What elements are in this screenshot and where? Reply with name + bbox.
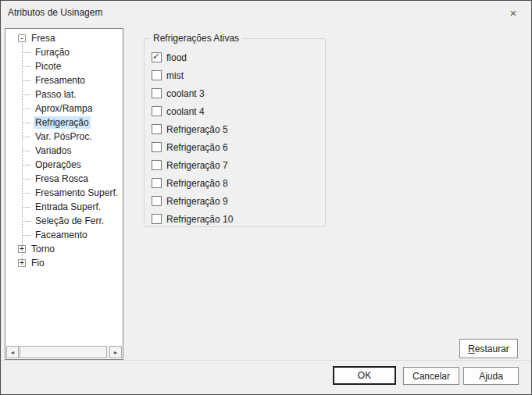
dialog-atributos-de-usinagem: Atributos de Usinagem × -FresaFuraçãoPic… — [0, 0, 532, 395]
tree-item-fresamento-superf[interactable]: Fresamento Superf. — [5, 186, 123, 200]
checkbox-label: Refrigeração 7 — [166, 160, 228, 171]
tree-item-torno[interactable]: +Torno — [5, 242, 123, 256]
tree-item-operacoes[interactable]: Operações — [5, 158, 123, 172]
tree-item-label[interactable]: Seleção de Ferr. — [34, 215, 105, 227]
checkbox-row-refrigeracao-5[interactable]: Refrigeração 5 — [145, 120, 325, 138]
tree-item-label[interactable]: Fresamento — [34, 74, 87, 87]
tree-connector — [22, 207, 30, 208]
attribute-tree[interactable]: -FresaFuraçãoPicoteFresamentoPasso lat.A… — [5, 28, 123, 360]
checkbox-row-refrigeracao-8[interactable]: Refrigeração 8 — [145, 174, 325, 192]
checkbox-row-refrigeracao-6[interactable]: Refrigeração 6 — [145, 138, 325, 156]
tree-connector — [22, 80, 30, 81]
checkbox-label: Refrigeração 8 — [166, 178, 228, 189]
checkbox-label: coolant 4 — [166, 106, 205, 117]
tree-item-label[interactable]: Aprox/Rampa — [34, 102, 94, 115]
tree-item-fresa[interactable]: -Fresa — [5, 31, 123, 45]
left-arrow-icon: ◄ — [10, 350, 16, 355]
checkbox-flood[interactable]: ✓ — [152, 52, 162, 62]
tree-connector — [22, 165, 30, 165]
tree-rows: -FresaFuraçãoPicoteFresamentoPasso lat.A… — [5, 31, 123, 270]
tree-connector — [22, 94, 30, 95]
tree-item-refrigeracao[interactable]: Refrigeração — [5, 116, 123, 130]
tree-item-selecao-de-ferr[interactable]: Seleção de Ferr. — [5, 214, 123, 228]
checkbox-coolant-4[interactable] — [152, 106, 162, 116]
tree-item-label[interactable]: Picote — [34, 60, 62, 73]
refrigeracoes-ativas-group: Refrigerações Ativas ✓floodmistcoolant 3… — [144, 38, 326, 227]
close-button[interactable]: × — [502, 2, 525, 23]
checkbox-row-refrigeracao-10[interactable]: Refrigeração 10 — [145, 210, 325, 228]
checkbox-row-coolant-3[interactable]: coolant 3 — [145, 84, 325, 102]
tree-item-picote[interactable]: Picote — [5, 59, 123, 73]
checkbox-row-coolant-4[interactable]: coolant 4 — [145, 102, 325, 120]
tree-item-label[interactable]: Fresa — [30, 32, 57, 44]
tree-connector — [22, 179, 30, 180]
tree-item-label[interactable]: Fresa Rosca — [34, 173, 90, 185]
tree-connector — [22, 221, 30, 222]
scrollbar-thumb[interactable] — [20, 346, 107, 358]
checkbox-row-flood[interactable]: ✓flood — [145, 48, 325, 66]
close-icon: × — [510, 7, 517, 19]
group-title: Refrigerações Ativas — [150, 33, 242, 44]
checkbox-mist[interactable] — [152, 70, 162, 80]
tree-connector — [22, 137, 30, 137]
tree-connector — [22, 66, 30, 67]
tree-item-fio[interactable]: +Fio — [5, 256, 123, 270]
tree-item-label[interactable]: Fio — [30, 257, 46, 269]
help-button-label: Ajuda — [479, 371, 503, 382]
checkbox-list: ✓floodmistcoolant 3coolant 4Refrigeração… — [145, 48, 325, 228]
tree-connector — [22, 109, 30, 109]
help-button[interactable]: Ajuda — [463, 367, 519, 385]
checkbox-refrigeracao-8[interactable] — [152, 178, 162, 188]
expand-icon[interactable]: + — [18, 245, 26, 253]
checkbox-row-refrigeracao-9[interactable]: Refrigeração 9 — [145, 192, 325, 210]
tree-item-var-posproc[interactable]: Var. PósProc. — [5, 130, 123, 144]
expand-icon[interactable]: + — [18, 259, 26, 267]
tree-connector — [22, 235, 30, 236]
cancel-button[interactable]: Cancelar — [403, 367, 459, 385]
tree-item-label[interactable]: Operações — [34, 158, 83, 171]
ok-button[interactable]: OK — [333, 366, 396, 385]
tree-item-fresamento[interactable]: Fresamento — [5, 73, 123, 87]
checkbox-row-mist[interactable]: mist — [145, 66, 325, 84]
tree-item-variados[interactable]: Variados — [5, 144, 123, 158]
tree-item-aprox-rampa[interactable]: Aprox/Rampa — [5, 101, 123, 116]
tree-item-passo-lat[interactable]: Passo lat. — [5, 87, 123, 101]
tree-item-label[interactable]: Faceamento — [34, 229, 89, 241]
checkbox-label: flood — [166, 52, 187, 63]
tree-item-fresa-rosca[interactable]: Fresa Rosca — [5, 172, 123, 186]
tree-connector — [22, 123, 30, 123]
title-bar: Atributos de Usinagem — [1, 1, 531, 24]
restore-button-label: Restaurar — [468, 343, 509, 354]
tree-item-label[interactable]: Variados — [34, 144, 73, 157]
checkbox-refrigeracao-7[interactable] — [152, 160, 162, 170]
checkbox-coolant-3[interactable] — [152, 88, 162, 98]
tree-item-label[interactable]: Furação — [34, 46, 71, 59]
tree-horizontal-scrollbar[interactable]: ◄ ► — [6, 346, 122, 358]
tree-item-label[interactable]: Entrada Superf. — [34, 201, 102, 213]
tree-item-furacao[interactable]: Furação — [5, 45, 123, 59]
checkbox-label: coolant 3 — [166, 88, 205, 99]
cancel-button-label: Cancelar — [412, 371, 450, 382]
tree-item-label[interactable]: Passo lat. — [34, 88, 78, 101]
checkbox-row-refrigeracao-7[interactable]: Refrigeração 7 — [145, 156, 325, 174]
scroll-right-button[interactable]: ► — [109, 346, 122, 358]
ok-button-label: OK — [358, 370, 371, 381]
tree-item-label[interactable]: Refrigeração — [34, 116, 91, 129]
tree-item-label[interactable]: Var. PósProc. — [34, 130, 93, 143]
checkbox-label: Refrigeração 9 — [166, 196, 228, 207]
checkbox-refrigeracao-10[interactable] — [152, 214, 162, 224]
window-title: Atributos de Usinagem — [8, 7, 102, 18]
checkbox-label: Refrigeração 6 — [166, 142, 228, 153]
collapse-icon[interactable]: - — [18, 34, 26, 42]
tree-item-faceamento[interactable]: Faceamento — [5, 228, 123, 242]
tree-item-label[interactable]: Fresamento Superf. — [34, 187, 120, 199]
checkbox-refrigeracao-9[interactable] — [152, 196, 162, 206]
tree-connector — [22, 52, 30, 53]
scroll-left-button[interactable]: ◄ — [6, 346, 19, 358]
footer-separator — [2, 360, 530, 361]
tree-item-entrada-superf[interactable]: Entrada Superf. — [5, 200, 123, 214]
tree-item-label[interactable]: Torno — [30, 243, 56, 255]
restore-button[interactable]: Restaurar — [459, 339, 518, 358]
checkbox-refrigeracao-6[interactable] — [152, 142, 162, 152]
checkbox-refrigeracao-5[interactable] — [152, 124, 162, 134]
